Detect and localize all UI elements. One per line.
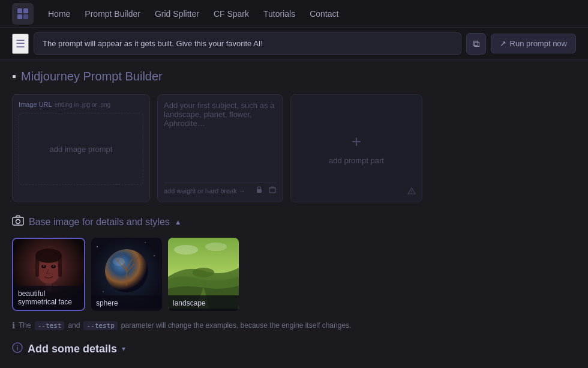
image-url-label: Image URL ending in .jpg or .png [19,101,143,108]
svg-point-25 [103,291,104,292]
info-text-and: and [68,321,80,330]
delete-icon[interactable] [268,186,277,196]
svg-point-22 [97,246,98,247]
base-image-section-header: Base image for details and styles ▲ [12,214,576,229]
svg-point-31 [193,268,214,277]
camera-icon [12,214,24,229]
add-details-title: Add some details [28,343,117,355]
code-testp: --testp [83,321,117,330]
svg-point-6 [412,193,412,193]
nav-home[interactable]: Home [48,9,70,19]
add-image-prompt-label: add image prompt [50,145,113,154]
lock-icon[interactable] [255,186,263,196]
builder-row: Image URL ending in .jpg or .png add ima… [12,94,576,202]
menu-button[interactable]: ☰ [12,34,29,54]
svg-rect-0 [17,8,22,13]
main-content: ▪ Midjourney Prompt Builder Image URL en… [0,60,588,365]
add-prompt-card[interactable]: + add prompt part [290,94,422,202]
prompt-display-input[interactable] [34,32,461,55]
info-text-prefix: The [19,321,31,330]
image-url-hint: ending in .jpg or .png [55,101,110,108]
gallery-label-landscape: landscape [168,295,239,311]
add-image-prompt-area[interactable]: add image prompt [19,113,143,185]
svg-rect-18 [58,256,62,277]
title-icon: ▪ [12,70,16,83]
nav-logo [12,3,34,25]
svg-rect-1 [23,8,28,13]
subject-textarea[interactable] [164,101,277,179]
top-bar-actions: ⧉ ↗ Run prompt now [466,33,576,55]
svg-rect-4 [257,189,262,193]
info-bar: ℹ The --test and --testp parameter will … [12,321,576,330]
gallery-item-sphere[interactable]: sphere [91,238,162,311]
nav-contact[interactable]: Contact [310,9,338,19]
image-url-card: Image URL ending in .jpg or .png add ima… [12,94,150,202]
info-icon: ℹ [12,321,15,330]
svg-point-27 [113,258,125,266]
svg-point-33 [17,345,18,346]
nav-grid-splitter[interactable]: Grid Splitter [155,9,199,19]
navbar: Home Prompt Builder Grid Splitter CF Spa… [0,0,588,28]
copy-button[interactable]: ⧉ [466,33,486,55]
gallery-item-landscape[interactable]: landscape [168,238,239,311]
weight-hint: add weight or hard break → [164,187,245,195]
copy-icon: ⧉ [473,38,479,49]
svg-point-15 [53,265,55,267]
run-prompt-button[interactable]: ↗ Run prompt now [491,34,576,53]
nav-prompt-builder[interactable]: Prompt Builder [85,9,140,19]
image-gallery: beautiful symmetrical face [12,238,576,311]
svg-rect-17 [35,256,39,277]
run-label: Run prompt now [510,39,567,48]
gallery-label-face: beautiful symmetrical face [13,286,84,310]
nav-tutorials[interactable]: Tutorials [263,9,295,19]
add-prompt-label: add prompt part [329,156,384,165]
gallery-item-face[interactable]: beautiful symmetrical face [12,238,85,311]
subject-card: add weight or hard break → [157,94,283,202]
svg-point-29 [174,245,198,255]
warning-icon [407,187,416,197]
svg-point-16 [35,249,62,263]
add-details-chevron[interactable]: ▾ [122,345,125,353]
page-title-row: ▪ Midjourney Prompt Builder [12,70,576,83]
top-bar: ☰ ⧉ ↗ Run prompt now [0,28,588,60]
details-icon [12,342,23,355]
svg-point-23 [145,242,146,243]
code-test: --test [35,321,65,330]
collapse-chevron[interactable]: ▲ [175,218,182,226]
svg-point-11 [38,260,59,284]
svg-point-30 [205,243,227,251]
svg-point-24 [154,255,155,256]
add-details-section: Add some details ▾ [12,342,576,355]
add-plus-icon: + [352,132,361,151]
base-image-title: Base image for details and styles [29,217,170,228]
svg-point-8 [16,220,20,224]
page-title: Midjourney Prompt Builder [21,70,163,83]
info-text-suffix: parameter will change the examples, beca… [121,321,352,330]
svg-rect-3 [23,14,28,19]
svg-rect-5 [269,188,275,193]
svg-point-14 [43,265,45,267]
subject-card-footer: add weight or hard break → [164,182,277,196]
nav-cf-spark[interactable]: CF Spark [214,9,249,19]
run-icon: ↗ [500,39,506,48]
svg-rect-2 [17,14,22,19]
gallery-label-sphere: sphere [91,295,162,311]
footer-icons [255,186,277,196]
